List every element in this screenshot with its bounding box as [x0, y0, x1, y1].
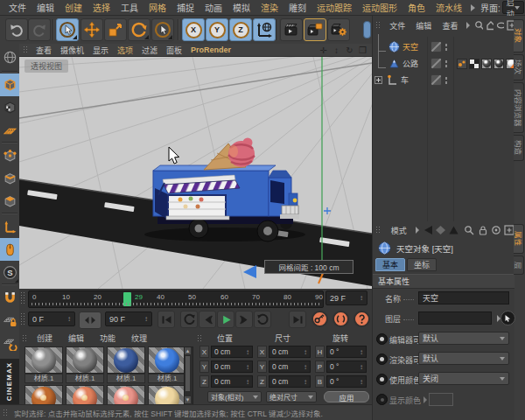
viewport-menu-view[interactable]: 查看 — [32, 45, 56, 56]
object-name[interactable]: 天空 — [402, 41, 418, 52]
material-thumbnail[interactable] — [107, 385, 145, 404]
coords-mode-dropdown[interactable]: 对象(相对) — [207, 391, 262, 402]
current-frame-field[interactable]: 29 F ↕ — [326, 290, 368, 305]
render-visible-dropdown[interactable]: 默认 — [418, 352, 509, 365]
menu-sculpt[interactable]: 雕刻 — [284, 1, 312, 14]
display-color-radio[interactable] — [376, 394, 388, 405]
material-thumbnail[interactable] — [107, 346, 145, 374]
drag-grip-icon[interactable] — [22, 334, 28, 343]
viewport-menu-display[interactable]: 显示 — [88, 45, 113, 56]
size-z-field[interactable]: 0 cm↕ — [269, 375, 311, 388]
maximize-view-icon[interactable]: ❐ — [357, 46, 368, 55]
edges-mode-button[interactable] — [0, 167, 19, 190]
pos-z-field[interactable]: 0 cm↕ — [211, 375, 253, 388]
tab-structure[interactable]: 构造 — [514, 135, 524, 161]
stepper-icon[interactable]: ↕ — [246, 363, 249, 371]
rotate-tool-button[interactable] — [128, 18, 150, 41]
om-menu-edit[interactable]: 编辑 — [410, 20, 437, 32]
stepper-icon[interactable]: ↕ — [246, 378, 249, 386]
render-picture-viewer-button[interactable] — [304, 18, 326, 41]
model-mode-button[interactable] — [0, 74, 19, 96]
viewport-menu-options[interactable]: 选项 — [113, 45, 137, 56]
drag-grip-icon[interactable] — [20, 291, 26, 305]
undo-button[interactable] — [5, 18, 28, 41]
range-step-buttons[interactable] — [79, 312, 102, 329]
menu-snap[interactable]: 捕捉 — [172, 1, 200, 14]
stepper-icon[interactable]: ↕ — [360, 363, 363, 371]
history-back-icon[interactable] — [423, 225, 433, 235]
scroll-thumb[interactable] — [186, 356, 190, 391]
play-backwards-button[interactable] — [180, 311, 198, 328]
tab-takes[interactable]: 场次 — [514, 54, 524, 80]
visibility-toggle-icon[interactable] — [430, 74, 442, 86]
rot-b-field[interactable]: 0 °↕ — [326, 375, 367, 388]
materials-menu-create[interactable]: 创建 — [32, 332, 58, 344]
material-thumbnail[interactable] — [24, 385, 63, 404]
material-tag-icon[interactable] — [481, 59, 492, 69]
stepper-icon[interactable]: ↕ — [144, 315, 148, 323]
display-color-swatch[interactable] — [429, 393, 453, 406]
pos-x-field[interactable]: 0 cm↕ — [211, 346, 253, 358]
scale-tool-button[interactable] — [104, 18, 127, 41]
next-key-button[interactable] — [235, 311, 253, 328]
last-tool-button[interactable] — [151, 18, 174, 41]
editor-visible-radio[interactable] — [376, 333, 388, 345]
material-thumbnail[interactable] — [24, 346, 63, 374]
record-keyframe-button[interactable] — [312, 311, 328, 327]
materials-menu-edit[interactable]: 编辑 — [63, 332, 89, 344]
stepper-icon[interactable]: ↕ — [246, 348, 249, 356]
home-icon[interactable] — [486, 20, 494, 31]
stepper-icon[interactable]: ↕ — [304, 348, 307, 356]
lock-icon[interactable] — [478, 225, 487, 235]
om-menu-file[interactable]: 文件 — [384, 20, 410, 32]
menu-animate[interactable]: 动画 — [200, 1, 228, 14]
autokey-button[interactable] — [332, 311, 349, 327]
search-icon[interactable] — [464, 225, 473, 235]
menu-tools[interactable]: 工具 — [116, 1, 144, 14]
menu-simulate[interactable]: 模拟 — [228, 1, 256, 14]
goto-start-button[interactable] — [158, 311, 175, 328]
tab-attributes[interactable]: 属性 — [514, 224, 524, 254]
stepper-icon[interactable]: ↕ — [360, 348, 363, 356]
stepper-icon[interactable]: ↕ — [360, 294, 363, 302]
lock-z-axis-button[interactable]: Z — [229, 18, 252, 41]
drag-grip-icon[interactable] — [375, 226, 382, 234]
phong-tag-icon[interactable] — [457, 59, 467, 69]
material-name[interactable]: 材质.1 — [107, 374, 145, 383]
editor-visible-dropdown[interactable]: 默认 — [418, 332, 509, 345]
stepper-icon[interactable]: ↕ — [360, 378, 363, 386]
texture-mode-button[interactable] — [0, 96, 19, 119]
am-menu-mode[interactable]: 模式 — [386, 225, 412, 236]
tab-content-browser[interactable]: 内容浏览器 — [514, 82, 524, 133]
layer-picker-button[interactable] — [500, 311, 515, 326]
history-up-icon[interactable] — [448, 225, 458, 235]
menu-mograph[interactable]: 运动图形 — [357, 1, 402, 14]
pan-view-icon[interactable]: ✛ — [318, 46, 329, 55]
drag-grip-icon[interactable] — [197, 334, 203, 343]
magnet-tool-button[interactable] — [0, 286, 19, 309]
workplane-mode-button[interactable] — [0, 119, 19, 142]
rot-h-field[interactable]: 0 °↕ — [326, 346, 367, 358]
make-editable-button[interactable] — [0, 46, 19, 68]
material-thumbnail[interactable] — [148, 385, 186, 404]
viewport-solo-button[interactable] — [0, 238, 19, 261]
expand-color-icon[interactable] — [424, 396, 427, 403]
search-icon[interactable] — [474, 20, 482, 31]
size-x-field[interactable]: 0 cm↕ — [269, 346, 311, 358]
name-field[interactable]: 天空 — [418, 291, 509, 304]
material-name[interactable]: 材质.1 — [148, 374, 186, 383]
lock-workplane-button[interactable] — [0, 309, 19, 332]
object-name[interactable]: 公路 — [402, 58, 418, 69]
material-name[interactable]: 材质.1 — [66, 374, 104, 383]
editor-render-dots-icon[interactable] — [444, 76, 448, 85]
menu-overflow-icon[interactable] — [466, 22, 470, 29]
material-tag-icon[interactable] — [494, 59, 504, 69]
use-color-radio[interactable] — [376, 374, 388, 385]
menu-character[interactable]: 角色 — [402, 1, 430, 14]
rot-p-field[interactable]: 0 °↕ — [326, 360, 367, 373]
tab-coordinates[interactable]: 坐标 — [407, 258, 437, 271]
menu-file[interactable]: 文件 — [4, 1, 32, 14]
menu-motion-tracker[interactable]: 运动跟踪 — [312, 1, 357, 14]
lock-y-axis-button[interactable]: Y — [206, 18, 228, 41]
render-visible-radio[interactable] — [376, 354, 388, 365]
